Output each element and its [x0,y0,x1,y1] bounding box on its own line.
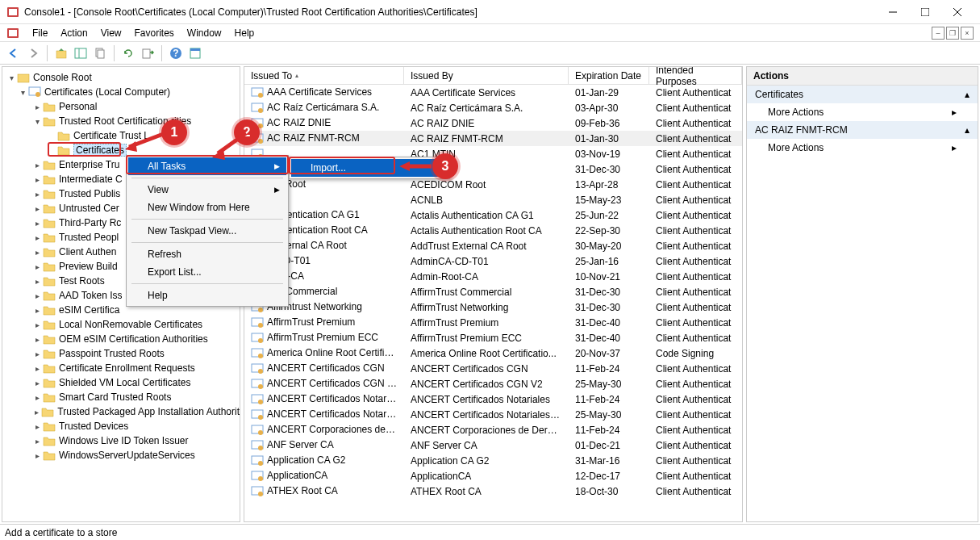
list-row[interactable]: ANCERT Corporaciones de Dere...ANCERT Co… [244,422,742,437]
collapse-icon[interactable]: ▾ [6,73,17,82]
context-item[interactable]: New Window from Here [128,199,286,216]
column-purposes[interactable]: Intended Purposes [649,67,742,84]
properties-button[interactable] [186,44,204,62]
list-row[interactable]: AffirmTrust Premium ECCAffirmTrust Premi… [244,330,742,345]
actions-section-certificates[interactable]: Certificates ▴ [747,86,978,103]
actions-more-certificates[interactable]: More Actions ▸ [747,103,978,121]
expand-icon[interactable]: ▸ [31,393,43,402]
expand-icon[interactable]: ▸ [31,204,43,213]
tree-item[interactable]: ▸Trusted Packaged App Installation Autho… [2,404,240,419]
expand-icon[interactable]: ▸ [31,262,43,271]
expand-icon[interactable]: ▸ [31,320,43,329]
menu-file[interactable]: File [26,26,54,40]
tree-item[interactable]: ▸Personal [2,99,240,114]
tree-item[interactable]: ▸Trusted Devices [2,419,240,433]
menu-action[interactable]: Action [54,26,94,40]
expand-icon[interactable]: ▸ [31,364,43,373]
list-body[interactable]: AAA Certificate ServicesAAA Certificate … [244,85,742,521]
mdi-restore-button[interactable]: ❐ [946,27,959,40]
list-row[interactable]: ACNLB15-May-23Client Authenticat [244,192,742,207]
list-row[interactable]: ANCERT Certificados CGN V2ANCERT Certifi… [244,376,742,391]
list-row[interactable]: ANCERT Certificados CGNANCERT Certificad… [244,361,742,376]
expand-icon[interactable]: ▸ [31,233,43,242]
column-issued-by[interactable]: Issued By [404,67,569,84]
up-button[interactable] [52,44,70,62]
tree-item[interactable]: ▸Shielded VM Local Certificates [2,375,240,390]
list-row[interactable]: Authentication Root CAActalis Authentica… [244,223,742,238]
expand-icon[interactable]: ▸ [31,219,43,228]
expand-icon[interactable]: ▸ [31,408,41,417]
list-row[interactable]: ApplicationCAApplicationCA12-Dec-17Clien… [244,468,742,483]
list-row[interactable]: AC RAIZ FNMT-RCMAC RAIZ FNMT-RCM01-Jan-3… [244,131,742,146]
tree-console-root[interactable]: ▾ Console Root [2,70,240,85]
menu-favorites[interactable]: Favorites [128,26,181,40]
context-item[interactable]: Export List... [128,263,286,281]
expand-icon[interactable]: ▸ [31,248,43,257]
context-item[interactable]: All Tasks▶ [128,157,286,175]
list-row[interactable]: Affirmtrust NetworkingAffirmTrust Networ… [244,299,742,315]
expand-icon[interactable]: ▸ [31,291,43,300]
tree-certificates-local[interactable]: ▾ Certificates (Local Computer) [2,85,240,99]
context-item[interactable]: Help [128,287,286,304]
expand-icon[interactable]: ▾ [31,117,43,126]
tree-item[interactable]: ▸Local NonRemovable Certificates [2,317,240,332]
tree-item[interactable]: ▸Certificate Enrollment Requests [2,361,240,375]
context-item[interactable]: View▶ [128,181,286,199]
column-issued-to[interactable]: Issued To▴ [244,67,404,84]
expand-icon[interactable]: ▸ [31,379,43,387]
minimize-button[interactable] [877,1,909,23]
list-row[interactable]: America Online Root Certificati...Americ… [244,345,742,361]
collapse-icon[interactable]: ▾ [17,88,28,97]
menu-window[interactable]: Window [181,26,228,40]
expand-icon[interactable]: ▸ [31,350,43,358]
list-row[interactable]: Application CA G2Application CA G231-Mar… [244,453,742,468]
list-row[interactable]: t External CA RootAddTrust External CA R… [244,238,742,253]
context-item[interactable]: Refresh [128,245,286,263]
tree-item[interactable]: ▸OEM eSIM Certification Authorities [2,332,240,346]
forward-button[interactable] [24,44,42,62]
context-item[interactable]: New Taskpad View... [128,222,286,240]
expand-icon[interactable]: ▸ [31,306,43,315]
tree-item[interactable]: ▸Windows Live ID Token Issuer [2,433,240,448]
expand-icon[interactable]: ▸ [31,335,43,344]
list-row[interactable]: AC RAIZ DNIEAC RAIZ DNIE09-Feb-36Client … [244,115,742,131]
list-row[interactable]: Authentication CA G1Actalis Authenticati… [244,207,742,223]
mdi-close-button[interactable]: × [961,27,974,40]
expand-icon[interactable]: ▸ [31,175,43,184]
actions-section-selected-cert[interactable]: AC RAIZ FNMT-RCM ▴ [747,121,978,139]
maximize-button[interactable] [909,1,941,23]
export-button[interactable] [139,44,156,62]
help-button[interactable]: ? [167,44,185,62]
expand-icon[interactable]: ▸ [31,190,43,199]
menu-help[interactable]: Help [228,26,261,40]
back-button[interactable] [5,44,23,62]
list-row[interactable]: AAA Certificate ServicesAAA Certificate … [244,85,742,100]
context-item-import[interactable]: Import... [291,159,448,177]
list-row[interactable]: ANF Server CAANF Server CA01-Dec-21Clien… [244,437,742,453]
list-row[interactable]: ANCERT Certificados NotarialesANCERT Cer… [244,391,742,407]
list-row[interactable]: AC Raíz Certicámara S.A.AC Raíz Certicám… [244,100,742,115]
tree-item[interactable]: ▸WindowsServerUpdateServices [2,448,240,463]
tree-item[interactable]: Certificate Trust L [2,128,240,143]
actions-more-selected[interactable]: More Actions ▸ [747,139,978,157]
list-row[interactable]: ANCERT Certificados Notariale...ANCERT C… [244,407,742,422]
menu-view[interactable]: View [94,26,128,40]
list-row[interactable]: rust CommercialAffirmTrust Commercial31-… [244,284,742,299]
column-expiration[interactable]: Expiration Date [569,67,649,84]
expand-icon[interactable]: ▸ [31,437,43,446]
list-row[interactable]: AffirmTrust PremiumAffirmTrust Premium31… [244,315,742,330]
close-button[interactable] [941,1,974,23]
list-row[interactable]: ATHEX Root CAATHEX Root CA18-Oct-30Clien… [244,483,742,499]
expand-icon[interactable]: ▸ [31,103,43,111]
expand-icon[interactable]: ▸ [31,422,43,431]
copy-button[interactable] [91,44,109,62]
tree-item[interactable]: ▸Smart Card Trusted Roots [2,390,240,404]
expand-icon[interactable]: ▸ [31,161,43,170]
tree-item[interactable]: ▾Trusted Root Certification rities [2,114,240,128]
list-row[interactable]: A-CD-T01AdminCA-CD-T0125-Jan-16Client Au… [244,253,742,269]
mdi-minimize-button[interactable]: – [932,27,945,40]
show-hide-tree-button[interactable] [72,44,90,62]
list-row[interactable]: Root-CAAdmin-Root-CA10-Nov-21Client Auth… [244,269,742,284]
refresh-button[interactable] [119,44,137,62]
expand-icon[interactable]: ▸ [31,451,43,460]
